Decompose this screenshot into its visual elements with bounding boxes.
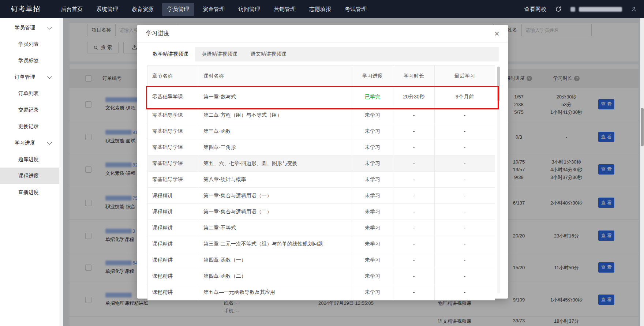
cell-duration: -: [393, 284, 434, 300]
cell-status: 未学习: [352, 155, 393, 171]
cell-lesson: 第二章-方程（组）与不等式（组）: [199, 107, 352, 123]
cell-last-study: -: [434, 268, 495, 284]
tab-math-course[interactable]: 数学精讲视频课: [146, 47, 195, 61]
lesson-row: 课程精讲 第四章-函数（二） 未学习 - -: [148, 268, 495, 284]
close-icon[interactable]: ×: [491, 28, 503, 40]
lesson-row: 课程精讲 第二章-不等式 未学习 - -: [148, 220, 495, 236]
learning-progress-modal: 学习进度 × 数学精讲视频课 英语精讲视频课 语文精讲视频课 章节名称 课时名称…: [137, 25, 508, 299]
column-header-duration: 学习时长: [393, 65, 434, 87]
lesson-row: 零基础导学课 第五、六、七章-四边形、圆、图形与变换 未学习 - -: [148, 155, 495, 172]
cell-lesson: 第四章-函数（一）: [199, 252, 352, 268]
tab-english-course[interactable]: 英语精讲视频课: [195, 47, 244, 61]
cell-status: 未学习: [352, 252, 393, 268]
page-scrollbar-thumb[interactable]: [641, 108, 644, 146]
sidebar-item-student-list[interactable]: 学员列表: [0, 36, 63, 52]
nav-item-funds[interactable]: 资金管理: [198, 3, 230, 16]
user-menu-icon[interactable]: [631, 6, 637, 12]
cell-duration: -: [393, 204, 434, 220]
cell-last-study: -: [434, 188, 495, 203]
sidebar-group-orders[interactable]: 订单管理: [0, 69, 63, 85]
nav-item-exam[interactable]: 考试管理: [340, 3, 372, 16]
cell-last-study: -: [434, 155, 495, 171]
cell-duration: -: [393, 123, 434, 139]
cell-lesson: 第八章-统计与概率: [199, 172, 352, 187]
cell-lesson: 第一章-数与式: [199, 87, 352, 107]
cell-status: 未学习: [352, 188, 393, 203]
cell-chapter: 课程精讲: [148, 268, 199, 284]
cell-lesson: 第四章-三角形: [199, 139, 352, 155]
cell-lesson: 第四章-函数（二）: [199, 268, 352, 284]
modal-title: 学习进度: [137, 25, 508, 42]
cell-last-study: -: [434, 284, 495, 300]
cell-status: 未学习: [352, 284, 393, 300]
lesson-row: 零基础导学课 第八章-统计与概率 未学习 - -: [148, 172, 495, 188]
cell-chapter: 课程精讲: [148, 204, 199, 220]
cell-chapter: 课程精讲: [148, 188, 199, 203]
cell-duration: -: [393, 172, 434, 187]
view-school-link[interactable]: 查看网校: [524, 6, 546, 13]
cell-last-study: -: [434, 236, 495, 252]
cell-duration: -: [393, 236, 434, 252]
cell-duration: -: [393, 139, 434, 155]
cell-lesson: 第一章-集合与逻辑用语（二）: [199, 204, 352, 220]
cell-duration: -: [393, 268, 434, 284]
sidebar-item-course-progress[interactable]: 课程进度: [0, 168, 63, 184]
chevron-down-icon: [47, 74, 52, 79]
lesson-row: 课程精讲 第一章-集合与逻辑用语（一） 未学习 - -: [148, 188, 495, 204]
lesson-row: 零基础导学课 第三章-函数 未学习 - -: [148, 123, 495, 139]
modal-scrollbar[interactable]: [497, 66, 500, 293]
nav-item-home[interactable]: 后台首页: [56, 3, 88, 16]
sidebar-group-progress[interactable]: 学习进度: [0, 135, 63, 151]
lesson-row: 课程精讲 第四章-函数（一） 未学习 - -: [148, 252, 495, 268]
cell-duration: -: [393, 107, 434, 123]
cell-lesson: 第五章—一元函数导数及其应用: [199, 284, 352, 300]
cell-duration: -: [393, 252, 434, 268]
refresh-icon[interactable]: [555, 6, 562, 12]
cell-last-study: -: [434, 220, 495, 236]
cell-duration: -: [393, 155, 434, 171]
cell-last-study: -: [434, 139, 495, 155]
modal-scrollbar-thumb[interactable]: [497, 67, 500, 101]
cell-last-study: -: [434, 107, 495, 123]
cell-lesson: 第二章-不等式: [199, 220, 352, 236]
cell-duration: -: [393, 188, 434, 203]
cell-chapter: 零基础导学课: [148, 123, 199, 139]
cell-last-study: 9个月前: [434, 87, 495, 107]
sidebar-group-label: 学员管理: [15, 25, 35, 31]
user-avatar-redacted: [570, 7, 575, 12]
sidebar-item-live-progress[interactable]: 直播进度: [0, 184, 63, 201]
cell-duration: 20分30秒: [393, 87, 434, 107]
cell-status: 未学习: [352, 139, 393, 155]
sidebar-item-quiz-progress[interactable]: 题库进度: [0, 151, 63, 168]
nav-item-marketing[interactable]: 营销管理: [269, 3, 301, 16]
sidebar-item-student-tags[interactable]: 学员标签: [0, 52, 63, 69]
sidebar-group-students[interactable]: 学员管理: [0, 19, 63, 36]
lessons-table: 章节名称 课时名称 学习进度 学习时长 最后学习 零基础导学课 第一章-数与式 …: [147, 65, 495, 300]
cell-lesson: 第五、六、七章-四边形、圆、图形与变换: [199, 155, 352, 171]
page-scrollbar[interactable]: [640, 18, 644, 326]
cell-chapter: 课程精讲: [148, 220, 199, 236]
sidebar-item-order-list[interactable]: 订单列表: [0, 85, 63, 102]
cell-status: 已学完: [352, 87, 393, 107]
tab-chinese-course[interactable]: 语文精讲视频课: [244, 47, 293, 61]
nav-item-system[interactable]: 系统管理: [91, 3, 123, 16]
lesson-row: 课程精讲 第三章-二元一次不等式（组）与简单的线性规划问题 未学习 - -: [148, 236, 495, 252]
lessons-table-header: 章节名称 课时名称 学习进度 学习时长 最后学习: [148, 65, 495, 87]
sidebar-item-transactions[interactable]: 交易记录: [0, 102, 63, 118]
cell-lesson: 第三章-函数: [199, 123, 352, 139]
cell-status: 未学习: [352, 268, 393, 284]
column-header-last-study: 最后学习: [434, 65, 495, 87]
nav-item-edu-resources[interactable]: 教育资源: [127, 3, 159, 16]
cell-last-study: -: [434, 204, 495, 220]
cell-chapter: 课程精讲: [148, 252, 199, 268]
cell-status: 未学习: [352, 107, 393, 123]
nav-item-students[interactable]: 学员管理: [162, 3, 194, 16]
cell-last-study: -: [434, 252, 495, 268]
sidebar-scrollbar[interactable]: [59, 18, 63, 326]
nav-item-access[interactable]: 访问管理: [233, 3, 265, 16]
nav-item-application[interactable]: 志愿填报: [304, 3, 336, 16]
sidebar-item-replacements[interactable]: 更换记录: [0, 118, 63, 135]
user-name-redacted[interactable]: [579, 7, 622, 12]
cell-chapter: 零基础导学课: [148, 139, 199, 155]
cell-duration: -: [393, 220, 434, 236]
